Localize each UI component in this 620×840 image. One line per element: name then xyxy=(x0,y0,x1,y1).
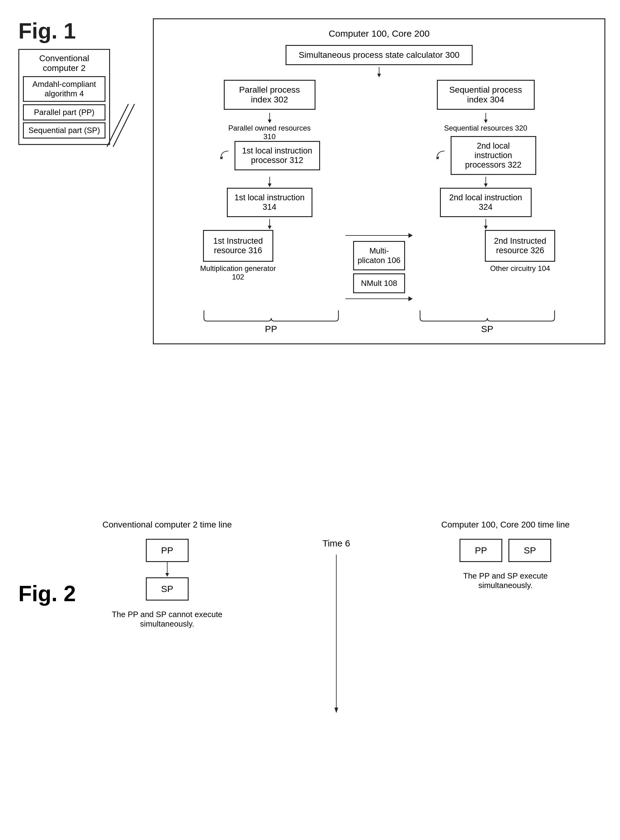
pp-index-arrow xyxy=(266,113,273,124)
time-label: Time 6 xyxy=(322,538,351,549)
pp-brace xyxy=(198,307,345,323)
slash-lines xyxy=(104,104,159,196)
conv-computer-title: Conventional computer 2 xyxy=(23,54,105,73)
svg-marker-3 xyxy=(377,74,381,77)
sp-instr-to-res-arrow xyxy=(483,219,489,230)
main-title: Computer 100, Core 200 xyxy=(163,29,595,39)
svg-marker-21 xyxy=(166,573,169,577)
pp-instr-to-res-arrow xyxy=(266,219,273,230)
pp-instructed-sub: Multiplication generator 102 xyxy=(196,264,281,282)
svg-line-1 xyxy=(113,104,134,147)
new-timeline-col: Computer 100, Core 200 time line PP SP T… xyxy=(432,520,579,590)
svg-marker-18 xyxy=(408,233,413,238)
time-col: Time 6 xyxy=(306,520,367,714)
conv-timeline-col: Conventional computer 2 time line PP SP … xyxy=(94,520,241,629)
parallel-part-box: Parallel part (PP) xyxy=(23,104,105,120)
svg-marker-9 xyxy=(436,156,439,159)
new-timeline-title: Computer 100, Core 200 time line xyxy=(441,520,570,530)
mult-to-sp-arrow xyxy=(408,296,413,301)
sp-instr-box: 2nd local instruction 324 xyxy=(440,188,532,217)
svg-marker-5 xyxy=(268,120,271,123)
conventional-computer-box: Conventional computer 2 Amdahl-compliant… xyxy=(18,49,110,145)
sp-brace xyxy=(414,307,561,323)
sp-brace-label: SP xyxy=(481,324,493,334)
svg-marker-11 xyxy=(268,184,271,187)
pp-brace-label: PP xyxy=(265,324,277,334)
svg-marker-17 xyxy=(484,226,488,229)
sequential-part-box: Sequential part (SP) xyxy=(23,122,105,138)
svg-marker-13 xyxy=(484,184,488,187)
sp-index-box: Sequential process index 304 xyxy=(437,80,535,110)
fig2-sp-box2: SP xyxy=(509,539,551,562)
svg-marker-15 xyxy=(268,226,271,229)
svg-marker-22 xyxy=(334,708,338,713)
pp-to-mult-arrow xyxy=(408,233,413,238)
fig2-conv-caption: The PP and SP cannot execute simultaneou… xyxy=(109,610,225,629)
pp-instructed-box: 1st Instructed resource 316 xyxy=(203,230,273,262)
spsc-box: Simultaneous process state calculator 30… xyxy=(286,45,473,65)
conv-timeline-title: Conventional computer 2 time line xyxy=(102,520,232,530)
mult-bottom-box: NMult 108 xyxy=(353,273,405,293)
sp-instructed-sub: Other circuitry 104 xyxy=(490,264,550,273)
pp-instr-box: 1st local instruction 314 xyxy=(227,188,313,217)
svg-line-0 xyxy=(107,104,128,147)
svg-marker-7 xyxy=(484,120,488,123)
pp-instr-arrow xyxy=(266,177,273,188)
main-diagram-box: Computer 100, Core 200 Simultaneous proc… xyxy=(153,18,605,344)
sp-curved-arrow xyxy=(435,149,448,162)
amdahl-box: Amdahl-compliant algorithm 4 xyxy=(23,76,105,102)
parallel-owned-label: Parallel owned resources 310 xyxy=(224,124,316,141)
sp-instructed-box: 2nd Instructed resource 326 xyxy=(485,230,555,262)
pp-instr-proc-box: 1st local instruction processor 312 xyxy=(235,141,320,170)
sp-index-arrow xyxy=(483,113,489,124)
fig2-new-caption: The PP and SP execute simultaneously. xyxy=(444,571,566,590)
spsc-arrow xyxy=(376,67,382,78)
fig2-pp-box: PP xyxy=(146,539,189,562)
fig2-parallel-boxes: PP SP xyxy=(459,539,551,562)
sequential-resources-label: Sequential resources 320 xyxy=(444,124,527,132)
time-arrow xyxy=(333,708,339,714)
sp-instr-arrow xyxy=(483,177,489,188)
fig2-pp-box2: PP xyxy=(459,539,502,562)
svg-marker-8 xyxy=(220,156,223,159)
fig1-label: Fig. 1 xyxy=(18,18,76,44)
pp-curved-arrow xyxy=(219,149,232,162)
sp-instr-proc-box: 2nd local instruction processors 322 xyxy=(451,136,536,175)
svg-marker-19 xyxy=(408,296,413,301)
fig2-sp-box: SP xyxy=(146,577,189,601)
fig2-pp-to-sp-arrow xyxy=(164,562,170,577)
pp-index-box: Parallel process index 302 xyxy=(224,80,316,110)
time-line xyxy=(336,555,337,708)
mult-top-box: Multi-plicaton 106 xyxy=(353,241,405,270)
